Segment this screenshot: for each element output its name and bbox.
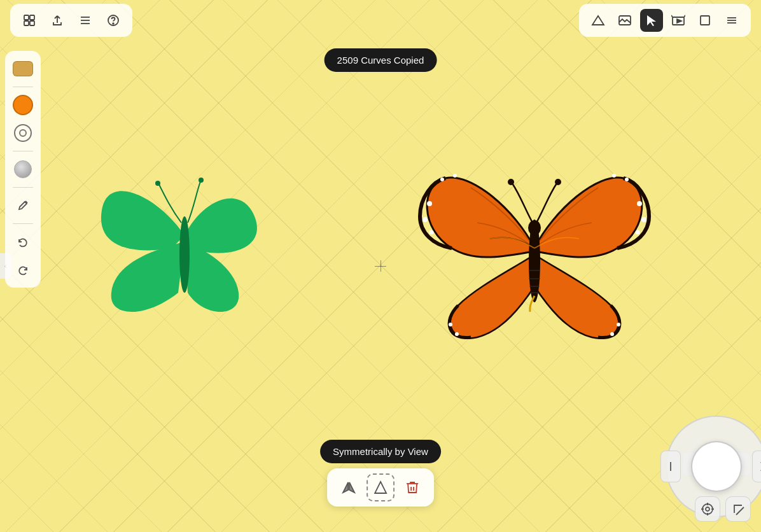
- svg-point-27: [440, 178, 444, 181]
- pointer-tool-button[interactable]: [640, 9, 663, 32]
- right-controls: [682, 452, 751, 481]
- share-button[interactable]: [46, 9, 69, 32]
- grid-button[interactable]: [18, 9, 41, 32]
- svg-point-21: [179, 216, 190, 293]
- svg-marker-13: [677, 19, 681, 23]
- bottom-right-icons: [695, 496, 751, 522]
- crop-tool-button[interactable]: [694, 9, 716, 32]
- redo-button[interactable]: [10, 257, 36, 283]
- svg-point-52: [706, 507, 709, 511]
- svg-point-33: [612, 174, 616, 178]
- orange-swatch: [13, 95, 33, 115]
- sidebar-divider-2: [13, 151, 33, 151]
- svg-rect-2: [24, 21, 29, 25]
- svg-point-35: [455, 332, 459, 336]
- sphere-tool-button[interactable]: [10, 157, 36, 182]
- svg-point-37: [610, 332, 614, 336]
- svg-point-8: [113, 23, 114, 24]
- top-left-toolgroup: [10, 4, 132, 37]
- svg-point-29: [637, 201, 642, 206]
- layer-swatch-button[interactable]: [10, 56, 36, 81]
- film-tool-button[interactable]: [667, 9, 690, 32]
- target-icon-button[interactable]: [695, 496, 720, 522]
- symmetry-tooltip-text: Symmetrically by View: [333, 446, 428, 457]
- svg-marker-47: [349, 482, 354, 493]
- orange-butterfly: [407, 127, 662, 369]
- sidebar-divider-1: [13, 87, 33, 87]
- svg-rect-16: [701, 16, 709, 25]
- top-toolbar: [0, 0, 761, 41]
- menu-button[interactable]: [74, 9, 97, 32]
- help-button[interactable]: [102, 9, 125, 32]
- camera-right-btn[interactable]: [752, 451, 761, 482]
- left-sidebar: [5, 51, 41, 288]
- svg-line-14: [671, 15, 673, 17]
- flip-tool-button[interactable]: [335, 473, 363, 501]
- sidebar-divider-3: [13, 187, 33, 188]
- svg-point-45: [555, 179, 561, 185]
- landscape-tool-button[interactable]: [613, 9, 636, 32]
- symmetry-tooltip: Symmetrically by View: [320, 440, 441, 463]
- svg-rect-3: [30, 21, 34, 25]
- svg-rect-0: [24, 15, 29, 20]
- sidebar-divider-4: [13, 223, 33, 224]
- camera-center[interactable]: [691, 441, 742, 492]
- svg-rect-1: [30, 15, 34, 20]
- svg-point-51: [702, 504, 713, 514]
- svg-marker-9: [592, 16, 604, 25]
- svg-point-32: [625, 178, 629, 181]
- svg-marker-46: [343, 482, 348, 493]
- color-orange-button[interactable]: [10, 92, 36, 118]
- svg-point-44: [508, 179, 514, 185]
- svg-point-43: [528, 220, 541, 235]
- bottom-toolbar-container: Symmetrically by View: [320, 440, 441, 507]
- svg-point-22: [155, 181, 160, 186]
- top-right-toolgroup: [579, 4, 751, 37]
- svg-point-30: [641, 217, 646, 222]
- svg-point-25: [422, 217, 428, 222]
- svg-point-23: [199, 178, 204, 183]
- svg-line-15: [684, 15, 685, 17]
- svg-point-24: [427, 201, 432, 206]
- svg-point-36: [617, 323, 620, 326]
- undo-button[interactable]: [10, 229, 36, 255]
- svg-marker-11: [647, 15, 656, 26]
- notification-text: 2509 Curves Copied: [337, 55, 424, 66]
- radio-tool-button[interactable]: [10, 120, 36, 146]
- svg-point-26: [429, 230, 434, 235]
- bottom-toolbar: [327, 468, 434, 507]
- green-butterfly: [76, 121, 293, 337]
- delete-button[interactable]: [398, 473, 426, 501]
- svg-point-28: [453, 174, 457, 178]
- layers-tool-button[interactable]: [720, 9, 743, 32]
- svg-marker-48: [375, 482, 386, 493]
- notification-toast: 2509 Curves Copied: [325, 48, 437, 72]
- corner-resize-button[interactable]: [725, 496, 751, 522]
- dropper-button[interactable]: [10, 193, 36, 218]
- svg-point-34: [449, 323, 452, 326]
- symmetry-tool-button[interactable]: [367, 473, 394, 501]
- triangle-tool-button[interactable]: [587, 9, 610, 32]
- camera-left-btn[interactable]: [660, 451, 681, 482]
- svg-point-31: [636, 230, 640, 235]
